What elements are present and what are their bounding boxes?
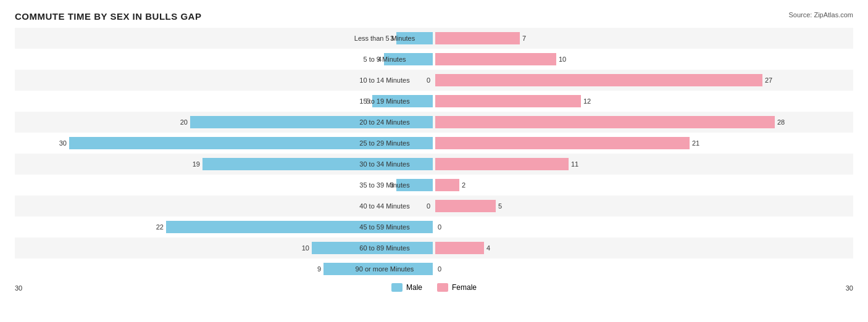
- chart-title: COMMUTE TIME BY SEX IN BULLS GAP: [15, 11, 853, 22]
- female-value: 10: [559, 56, 566, 63]
- female-value: 4: [486, 244, 490, 252]
- male-value: 4: [378, 56, 382, 63]
- male-bar: [190, 116, 433, 128]
- female-value: 0: [438, 265, 441, 273]
- female-bar: [435, 137, 690, 149]
- row-label: 40 to 44 Minutes: [335, 202, 434, 210]
- chart-row: 37Less than 5 Minutes: [15, 28, 853, 49]
- male-value: 30: [59, 139, 67, 147]
- female-label: Female: [452, 283, 477, 292]
- female-bar: [435, 158, 569, 170]
- legend: Male Female: [15, 283, 853, 292]
- female-swatch: [437, 283, 448, 292]
- male-bar: [166, 221, 433, 233]
- chart-container: COMMUTE TIME BY SEX IN BULLS GAP Source:…: [0, 0, 868, 322]
- female-bar: [435, 116, 775, 128]
- legend-female: Female: [437, 283, 477, 292]
- male-value: 19: [193, 160, 200, 168]
- female-bar: [435, 53, 556, 65]
- female-value: 11: [571, 160, 578, 168]
- male-value: 9: [317, 265, 321, 273]
- male-value: 5: [366, 97, 370, 105]
- chart-row: 02710 to 14 Minutes: [15, 70, 853, 91]
- male-bar: [384, 53, 433, 65]
- female-value: 21: [692, 139, 699, 147]
- male-value: 0: [427, 76, 430, 84]
- female-value: 12: [583, 97, 591, 105]
- male-bar: [372, 95, 433, 107]
- female-bar: [435, 179, 459, 191]
- female-bar: [435, 74, 762, 86]
- male-bar: [202, 158, 433, 170]
- male-value: 3: [390, 35, 394, 42]
- chart-row: 9090 or more Minutes: [15, 258, 853, 279]
- male-value: 10: [302, 244, 309, 252]
- male-bar: [323, 263, 433, 275]
- chart-row: 10460 to 89 Minutes: [15, 237, 853, 258]
- female-value: 5: [498, 202, 502, 210]
- female-value: 7: [522, 35, 526, 42]
- male-value: 20: [180, 118, 188, 126]
- female-bar: [435, 242, 484, 254]
- female-value: 27: [765, 76, 772, 84]
- source-label: Source: ZipAtlas.com: [788, 11, 853, 19]
- chart-row: 22045 to 59 Minutes: [15, 217, 853, 237]
- male-bar: [312, 242, 433, 254]
- chart-row: 202820 to 24 Minutes: [15, 112, 853, 133]
- male-bar: [69, 137, 433, 149]
- chart-row: 0540 to 44 Minutes: [15, 196, 853, 217]
- axis-left-label: 30: [15, 284, 22, 292]
- male-value: 0: [427, 202, 430, 210]
- female-bar: [435, 32, 520, 44]
- male-bar: [396, 179, 433, 191]
- legend-male: Male: [391, 283, 422, 292]
- female-bar: [435, 95, 581, 107]
- male-bar: [396, 32, 433, 44]
- male-swatch: [391, 283, 403, 292]
- female-value: 2: [462, 181, 465, 189]
- male-value: 22: [156, 223, 164, 231]
- chart-row: 3235 to 39 Minutes: [15, 175, 853, 196]
- female-value: 28: [777, 118, 785, 126]
- chart-area: 37Less than 5 Minutes4105 to 9 Minutes02…: [15, 28, 853, 279]
- male-value: 3: [390, 181, 394, 189]
- axis-right-label: 30: [846, 284, 853, 292]
- male-label: Male: [406, 283, 422, 292]
- chart-row: 4105 to 9 Minutes: [15, 49, 853, 70]
- female-bar: [435, 200, 496, 212]
- female-value: 0: [438, 223, 441, 231]
- chart-row: 302125 to 29 Minutes: [15, 133, 853, 154]
- row-label: 10 to 14 Minutes: [335, 76, 434, 84]
- chart-row: 51215 to 19 Minutes: [15, 91, 853, 112]
- chart-row: 191130 to 34 Minutes: [15, 154, 853, 175]
